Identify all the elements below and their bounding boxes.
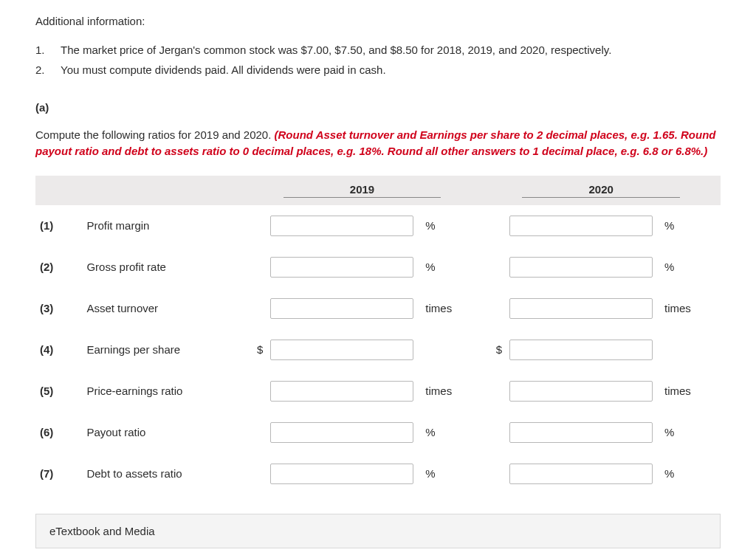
table-row: (1)Profit margin%% [35, 205, 721, 247]
unit-label: % [418, 205, 481, 247]
ratio-input-2-2019[interactable] [270, 257, 413, 278]
row-number: (2) [35, 247, 82, 288]
row-label: Earnings per share [82, 329, 242, 371]
row-label: Asset turnover [82, 288, 242, 329]
row-number: (1) [35, 205, 82, 247]
column-header-year1: 2019 [243, 176, 482, 205]
table-row: (2)Gross profit rate%% [35, 247, 721, 288]
ratio-input-6-2020[interactable] [509, 422, 653, 443]
currency-prefix [243, 288, 267, 329]
unit-label: % [657, 205, 721, 247]
etextbook-media-button[interactable]: eTextbook and Media [35, 514, 721, 548]
info-item-text: The market price of Jergan's common stoc… [61, 44, 611, 56]
unit-label: times [657, 371, 721, 412]
table-row: (7)Debt to assets ratio%% [35, 453, 721, 495]
currency-prefix [481, 453, 505, 495]
additional-info-list: 1.The market price of Jergan's common st… [35, 44, 721, 76]
row-number: (6) [35, 412, 82, 453]
currency-prefix [243, 371, 267, 412]
table-row: (5)Price-earnings ratiotimestimes [35, 371, 721, 412]
currency-prefix: $ [243, 329, 267, 371]
unit-label: times [657, 288, 721, 329]
unit-label [657, 329, 721, 371]
table-row: (3)Asset turnovertimestimes [35, 288, 721, 329]
unit-label: % [418, 412, 481, 453]
instructions-plain: Compute the following ratios for 2019 an… [35, 128, 275, 141]
currency-prefix [481, 205, 505, 247]
ratio-input-7-2020[interactable] [509, 464, 653, 484]
ratio-input-5-2020[interactable] [509, 381, 653, 402]
row-label: Profit margin [82, 205, 242, 247]
ratio-input-3-2019[interactable] [270, 298, 413, 319]
ratio-input-4-2019[interactable] [270, 340, 413, 360]
unit-label: % [657, 247, 721, 288]
info-item-number: 2. [35, 63, 61, 76]
part-label: (a) [35, 101, 721, 114]
ratio-input-2-2020[interactable] [509, 257, 653, 278]
ratio-input-1-2020[interactable] [509, 216, 653, 236]
info-item-number: 1. [35, 44, 61, 56]
unit-label [418, 329, 481, 371]
additional-info-heading: Additional information: [35, 15, 721, 27]
currency-prefix [243, 412, 267, 453]
ratio-input-7-2019[interactable] [270, 464, 413, 484]
unit-label: % [657, 412, 721, 453]
row-label: Payout ratio [82, 412, 242, 453]
ratio-input-3-2020[interactable] [509, 298, 653, 319]
row-label: Price-earnings ratio [82, 371, 242, 412]
info-item: 2.You must compute dividends paid. All d… [35, 63, 721, 76]
unit-label: times [418, 371, 481, 412]
unit-label: % [657, 453, 721, 495]
currency-prefix [243, 453, 267, 495]
currency-prefix [481, 247, 505, 288]
currency-prefix [243, 205, 267, 247]
unit-label: % [418, 453, 481, 495]
currency-prefix [481, 288, 505, 329]
column-header-year2: 2020 [481, 176, 721, 205]
ratio-input-6-2019[interactable] [270, 422, 413, 443]
unit-label: times [418, 288, 481, 329]
currency-prefix: $ [481, 329, 505, 371]
row-label: Debt to assets ratio [82, 453, 242, 495]
ratio-input-1-2019[interactable] [270, 216, 413, 236]
currency-prefix [243, 247, 267, 288]
row-number: (3) [35, 288, 82, 329]
currency-prefix [481, 371, 505, 412]
ratios-table: 2019 2020 (1)Profit margin%%(2)Gross pro… [35, 176, 721, 495]
ratio-input-5-2019[interactable] [270, 381, 413, 402]
info-item-text: You must compute dividends paid. All div… [61, 63, 386, 76]
info-item: 1.The market price of Jergan's common st… [35, 44, 721, 56]
currency-prefix [481, 412, 505, 453]
row-number: (5) [35, 371, 82, 412]
ratio-input-4-2020[interactable] [509, 340, 653, 360]
unit-label: % [418, 247, 481, 288]
row-number: (7) [35, 453, 82, 495]
table-row: (4)Earnings per share$$ [35, 329, 721, 371]
instructions: Compute the following ratios for 2019 an… [35, 127, 721, 159]
row-label: Gross profit rate [82, 247, 242, 288]
table-row: (6)Payout ratio%% [35, 412, 721, 453]
row-number: (4) [35, 329, 82, 371]
